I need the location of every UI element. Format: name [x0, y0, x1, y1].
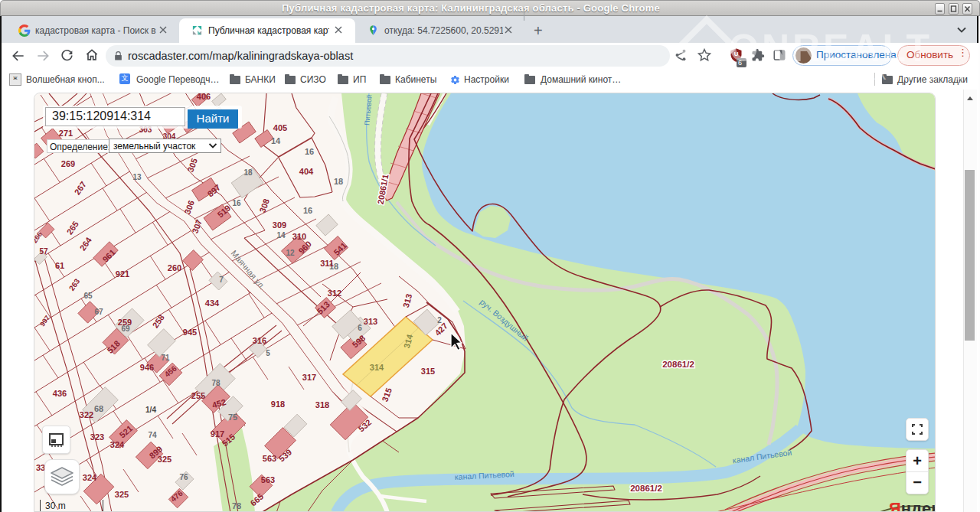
svg-text:68: 68 [94, 404, 103, 413]
svg-text:69: 69 [121, 324, 130, 333]
svg-text:65: 65 [83, 292, 93, 300]
svg-text:317: 317 [302, 373, 316, 382]
svg-text:74: 74 [148, 431, 157, 439]
svg-text:269: 269 [61, 159, 75, 168]
svg-text:6: 6 [358, 324, 362, 332]
svg-text:918: 918 [271, 399, 285, 409]
svg-text:13: 13 [132, 173, 142, 181]
svg-text:18: 18 [334, 177, 343, 186]
svg-text:406: 406 [197, 93, 211, 101]
svg-text:75: 75 [228, 413, 237, 422]
svg-text:314: 314 [370, 363, 384, 372]
svg-text:404: 404 [299, 167, 314, 176]
svg-text:324: 324 [110, 440, 125, 449]
svg-text:271: 271 [59, 129, 73, 138]
svg-text:945: 945 [183, 328, 197, 337]
svg-text:921: 921 [116, 269, 129, 279]
svg-text:20861/2: 20861/2 [662, 360, 694, 369]
svg-text:946: 946 [140, 363, 154, 372]
svg-text:2: 2 [437, 316, 442, 324]
svg-text:309: 309 [273, 220, 286, 230]
svg-text:315: 315 [421, 367, 435, 376]
svg-text:311: 311 [320, 259, 334, 268]
svg-text:324: 324 [83, 473, 97, 482]
svg-text:310: 310 [292, 232, 306, 241]
svg-text:61: 61 [55, 261, 64, 270]
svg-text:325: 325 [115, 490, 129, 499]
svg-text:Яндекс: Яндекс [889, 499, 936, 512]
svg-text:255: 255 [191, 391, 205, 400]
svg-text:14: 14 [271, 136, 281, 145]
svg-text:1/4: 1/4 [145, 406, 156, 414]
svg-text:436: 436 [53, 389, 67, 398]
svg-text:12: 12 [286, 249, 295, 257]
svg-text:16: 16 [303, 206, 312, 215]
svg-text:14: 14 [276, 231, 286, 240]
svg-text:16: 16 [232, 199, 241, 207]
svg-text:917: 917 [211, 429, 224, 439]
svg-text:57: 57 [39, 247, 48, 256]
svg-text:260: 260 [168, 263, 181, 272]
svg-text:16: 16 [305, 147, 314, 156]
svg-text:18: 18 [243, 168, 253, 177]
svg-text:5: 5 [266, 349, 270, 357]
svg-text:563: 563 [263, 454, 276, 463]
svg-text:323: 323 [90, 432, 104, 442]
svg-text:71: 71 [161, 354, 170, 362]
svg-text:20861/2: 20861/2 [630, 484, 662, 493]
svg-text:76: 76 [179, 473, 188, 481]
svg-text:78: 78 [232, 501, 241, 510]
svg-text:316: 316 [253, 336, 266, 345]
svg-text:322: 322 [80, 410, 93, 419]
svg-text:318: 318 [315, 400, 329, 409]
svg-text:313: 313 [364, 317, 377, 326]
svg-text:7: 7 [219, 276, 224, 284]
svg-text:78: 78 [211, 379, 220, 387]
svg-text:67: 67 [94, 308, 103, 316]
svg-text:325: 325 [158, 455, 172, 464]
svg-text:563: 563 [261, 475, 275, 484]
svg-text:434: 434 [205, 298, 220, 308]
svg-text:312: 312 [328, 289, 341, 298]
svg-text:405: 405 [273, 123, 287, 132]
